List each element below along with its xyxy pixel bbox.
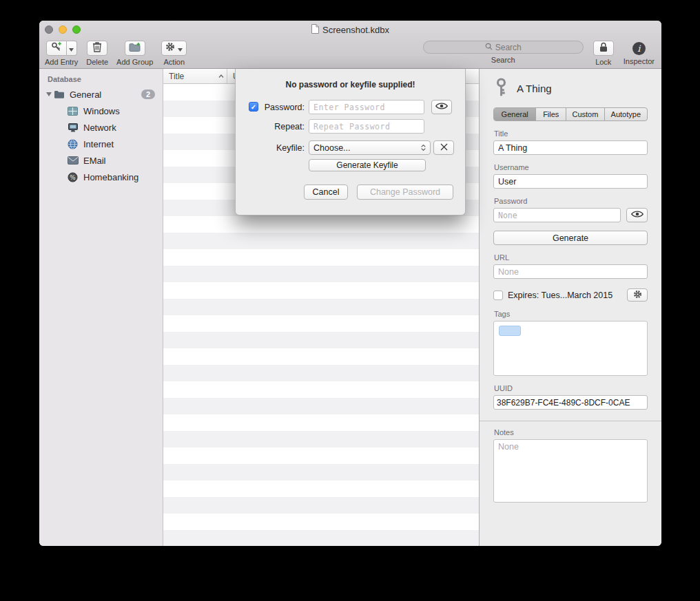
- action-label: Action: [164, 58, 185, 66]
- title-input[interactable]: [493, 140, 648, 155]
- search-placeholder: Search: [495, 43, 522, 52]
- inspector-group: i Inspector: [624, 41, 655, 65]
- zoom-button[interactable]: [72, 25, 81, 34]
- clear-keyfile-button[interactable]: [433, 140, 454, 155]
- lock-button[interactable]: [593, 41, 614, 56]
- reveal-password-button[interactable]: [431, 100, 452, 114]
- tab-autotype[interactable]: Autotype: [605, 108, 647, 120]
- notes-label: Notes: [494, 428, 648, 436]
- action-group: Action: [161, 41, 187, 66]
- reveal-password-button[interactable]: [626, 208, 648, 222]
- traffic-lights: [45, 25, 81, 34]
- close-button[interactable]: [45, 25, 53, 34]
- column-header-title[interactable]: Title: [163, 69, 227, 83]
- add-group-label: Add Group: [116, 58, 153, 66]
- entry-title: A Thing: [517, 83, 552, 94]
- key-icon: [495, 77, 507, 100]
- minimize-button[interactable]: [59, 25, 67, 34]
- folder-icon: [53, 89, 65, 101]
- add-entry-button[interactable]: [46, 41, 67, 56]
- lock-group: Lock: [593, 41, 614, 66]
- search-label: Search: [491, 56, 515, 64]
- trash-icon: [92, 41, 102, 55]
- magnifier-icon: [485, 43, 493, 52]
- coin-icon: %: [67, 171, 79, 183]
- sidebar-item-label: EMail: [83, 156, 106, 166]
- sidebar-item-label: Network: [83, 123, 116, 133]
- generate-password-button[interactable]: Generate: [493, 231, 648, 245]
- change-password-button[interactable]: Change Password: [357, 184, 453, 200]
- action-button[interactable]: [161, 41, 187, 56]
- add-entry-dropdown-button[interactable]: [67, 41, 77, 56]
- delete-group: Delete: [86, 41, 108, 66]
- inspector-label: Inspector: [624, 57, 655, 65]
- network-icon: [67, 122, 79, 134]
- key-plus-icon: [51, 41, 62, 55]
- delete-button[interactable]: [87, 41, 107, 56]
- password-input[interactable]: [493, 208, 621, 222]
- tab-custom[interactable]: Custom: [566, 108, 605, 120]
- windows-icon: [67, 105, 79, 117]
- globe-icon: [67, 138, 79, 150]
- folder-plus-icon: [129, 42, 141, 55]
- chevron-down-icon: [178, 42, 183, 54]
- expires-row: Expires: Tues...March 2015: [493, 288, 648, 302]
- sidebar-item-internet[interactable]: Internet: [39, 136, 163, 152]
- keyfile-popup-button[interactable]: Choose...: [309, 140, 431, 155]
- sidebar-item-windows[interactable]: Windows: [39, 103, 163, 119]
- tab-general[interactable]: General: [494, 108, 536, 120]
- add-group-button[interactable]: [125, 41, 145, 56]
- eye-icon: [435, 102, 448, 112]
- inspector-panel: A Thing General Files Custom Autotype Ti…: [479, 69, 661, 546]
- notes-textarea[interactable]: None: [493, 439, 648, 503]
- inspector-header: A Thing: [495, 77, 648, 99]
- popup-stepper-icon: [421, 145, 426, 151]
- keyfile-field-label: Keyfile:: [256, 143, 305, 153]
- password-label: Password: [494, 197, 648, 205]
- sidebar: Database General 2 Windows Network: [39, 69, 163, 546]
- desktop: Screenshot.kdbx Add E: [0, 0, 700, 601]
- tags-field[interactable]: [493, 321, 648, 376]
- username-input[interactable]: [493, 174, 648, 189]
- repeat-password-input[interactable]: [309, 119, 424, 134]
- expires-checkbox[interactable]: [493, 291, 503, 300]
- eye-icon: [631, 210, 644, 220]
- generate-keyfile-button[interactable]: Generate Keyfile: [309, 159, 426, 171]
- url-label: URL: [494, 253, 648, 262]
- inspector-icon[interactable]: i: [632, 42, 646, 55]
- sidebar-item-general[interactable]: General 2: [39, 86, 163, 103]
- toolbar-right: Search Search Lock i Inspector: [423, 41, 655, 66]
- password-input[interactable]: [309, 100, 424, 114]
- password-dialog: No password or keyfile supplied! ✓ Passw…: [235, 69, 466, 215]
- add-group-group: Add Group: [116, 41, 153, 66]
- tab-files[interactable]: Files: [536, 108, 566, 120]
- sidebar-item-email[interactable]: EMail: [39, 152, 163, 169]
- tag-token[interactable]: [499, 326, 521, 336]
- delete-label: Delete: [86, 58, 108, 66]
- dialog-message: No password or keyfile supplied!: [236, 80, 465, 89]
- keyfile-selected-value: Choose...: [313, 143, 351, 153]
- group-count-badge: 2: [141, 89, 155, 99]
- sidebar-item-homebanking[interactable]: % Homebanking: [39, 169, 163, 185]
- disclosure-triangle-icon[interactable]: [45, 92, 53, 96]
- cancel-button[interactable]: Cancel: [304, 184, 348, 200]
- gear-icon: [165, 42, 175, 54]
- app-window: Screenshot.kdbx Add E: [39, 21, 661, 546]
- titlebar[interactable]: Screenshot.kdbx: [39, 21, 661, 39]
- search-input[interactable]: Search: [423, 41, 584, 54]
- url-input[interactable]: [493, 264, 648, 279]
- lock-label: Lock: [595, 58, 611, 66]
- sidebar-item-network[interactable]: Network: [39, 119, 163, 136]
- username-label: Username: [494, 163, 648, 171]
- padlock-icon: [599, 42, 608, 55]
- sidebar-item-label: Internet: [83, 139, 114, 149]
- repeat-field-label: Repeat:: [256, 122, 305, 131]
- uuid-input[interactable]: [493, 395, 648, 410]
- expiry-settings-button[interactable]: [627, 288, 648, 302]
- divider: [480, 421, 661, 421]
- tags-label: Tags: [494, 310, 648, 318]
- envelope-icon: [67, 155, 79, 167]
- notes-placeholder: None: [498, 442, 519, 452]
- svg-text:%: %: [70, 173, 75, 180]
- window-chrome: Screenshot.kdbx Add E: [39, 21, 661, 69]
